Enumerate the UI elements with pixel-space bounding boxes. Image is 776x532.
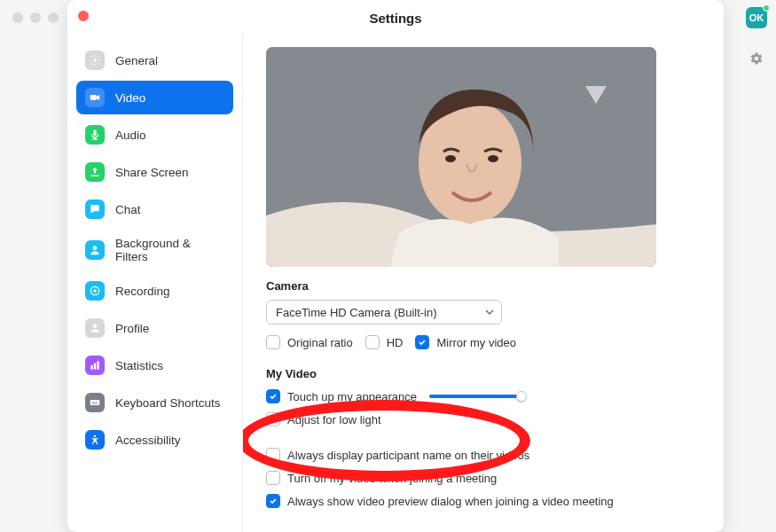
sidebar-item-label: Chat [115, 203, 141, 216]
checkbox[interactable] [266, 335, 280, 349]
sidebar-item-recording[interactable]: Recording [76, 274, 233, 308]
sidebar-item-label: Keyboard Shortcuts [115, 396, 221, 410]
camera-options-row: Original ratioHDMirror my video [266, 335, 701, 349]
bgfilters-icon [85, 240, 105, 260]
svg-point-4 [93, 289, 97, 293]
camera-option-mirror-my-video: Mirror my video [415, 335, 516, 349]
svg-rect-12 [96, 402, 97, 403]
option-label: Always show video preview dialog when jo… [287, 495, 614, 508]
sidebar-item-background-filters[interactable]: Background & Filters [76, 230, 233, 270]
touch-up-slider[interactable] [429, 395, 521, 398]
svg-point-5 [93, 324, 98, 328]
sidebar-item-label: Recording [115, 285, 170, 298]
settings-sidebar: GeneralVideoAudioShare ScreenChatBackgro… [67, 35, 243, 532]
sidebar-item-audio[interactable]: Audio [76, 118, 233, 152]
presence-indicator [763, 4, 770, 12]
checkbox[interactable] [365, 335, 380, 349]
camera-option-hd: HD [365, 335, 404, 349]
option-always-display-participant-name-on-their: Always display participant name on their… [266, 448, 701, 462]
option-label: Mirror my video [436, 336, 516, 349]
my-video-section-label: My Video [266, 367, 701, 380]
video-icon [85, 88, 105, 107]
svg-rect-13 [92, 403, 98, 404]
svg-point-17 [445, 155, 456, 162]
low-light-label: Adjust for low light [287, 413, 381, 426]
svg-rect-6 [90, 365, 92, 370]
sidebar-item-label: Background & Filters [115, 237, 224, 263]
slider-thumb[interactable] [516, 391, 527, 402]
accessibility-icon [85, 430, 105, 450]
option-turn-off-my-video-when-joining-a-meeting: Turn off my video when joining a meeting [266, 471, 701, 485]
avatar-initials: OK [749, 12, 764, 23]
recording-icon [85, 281, 105, 301]
close-button[interactable] [78, 11, 89, 21]
svg-rect-9 [90, 400, 100, 405]
svg-point-0 [93, 59, 97, 62]
gear-icon [85, 51, 105, 70]
camera-selected-value: FaceTime HD Camera (Built-in) [276, 306, 437, 319]
window-title: Settings [67, 0, 724, 35]
sidebar-item-accessibility[interactable]: Accessibility [76, 423, 233, 457]
checkbox[interactable] [415, 335, 429, 349]
checkbox[interactable] [266, 494, 280, 508]
traffic-light-dim [30, 12, 41, 23]
stats-icon [85, 356, 105, 375]
camera-section-label: Camera [266, 279, 701, 293]
touch-up-option: Touch up my appearance [266, 389, 701, 403]
option-always-show-video-preview-dialog-when-jo: Always show video preview dialog when jo… [266, 494, 701, 508]
sidebar-item-label: Video [115, 91, 145, 105]
low-light-option: Adjust for low light [266, 412, 701, 426]
sidebar-item-label: Profile [115, 322, 149, 335]
sidebar-item-share-screen[interactable]: Share Screen [76, 155, 233, 189]
svg-rect-7 [94, 364, 96, 370]
profile-avatar-badge[interactable]: OK [746, 7, 767, 28]
sidebar-item-label: Share Screen [115, 166, 189, 179]
background-window-controls [12, 12, 59, 23]
low-light-checkbox[interactable] [266, 412, 280, 426]
chevron-down-icon [485, 308, 494, 317]
keyboard-icon [85, 393, 105, 412]
option-label: Turn off my video when joining a meeting [287, 472, 497, 485]
sidebar-item-label: General [115, 54, 158, 67]
svg-point-14 [94, 435, 96, 437]
audio-icon [85, 125, 105, 145]
svg-rect-1 [90, 95, 97, 100]
touch-up-checkbox[interactable] [266, 389, 280, 403]
sidebar-item-profile[interactable]: Profile [76, 311, 233, 345]
sidebar-item-statistics[interactable]: Statistics [76, 348, 233, 382]
svg-point-2 [93, 246, 98, 250]
svg-rect-11 [94, 402, 95, 403]
traffic-light-dim [48, 12, 59, 23]
sidebar-item-chat[interactable]: Chat [76, 192, 233, 226]
traffic-light-dim [12, 12, 23, 23]
settings-content: Camera FaceTime HD Camera (Built-in) Ori… [243, 35, 724, 532]
settings-window: Settings GeneralVideoAudioShare ScreenCh… [67, 0, 724, 532]
camera-select[interactable]: FaceTime HD Camera (Built-in) [266, 300, 502, 325]
profile-icon [85, 318, 105, 338]
sidebar-item-general[interactable]: General [76, 43, 233, 77]
svg-point-18 [488, 155, 498, 162]
touch-up-label: Touch up my appearance [287, 390, 417, 403]
sidebar-item-label: Accessibility [115, 434, 181, 447]
sidebar-item-label: Audio [115, 129, 146, 142]
option-label: Original ratio [287, 336, 353, 349]
checkbox[interactable] [266, 471, 280, 485]
option-label: Always display participant name on their… [287, 449, 529, 462]
option-label: HD [387, 336, 404, 349]
sidebar-item-label: Statistics [115, 359, 163, 372]
svg-rect-10 [92, 402, 93, 403]
sidebar-item-video[interactable]: Video [76, 81, 233, 114]
sidebar-item-keyboard-shortcuts[interactable]: Keyboard Shortcuts [76, 386, 233, 419]
share-icon [85, 162, 105, 182]
svg-rect-8 [97, 361, 98, 369]
settings-gear-icon[interactable] [749, 51, 764, 69]
camera-option-original-ratio: Original ratio [266, 335, 353, 349]
video-preview [266, 47, 656, 267]
checkbox[interactable] [266, 448, 280, 462]
chat-icon [85, 200, 105, 219]
